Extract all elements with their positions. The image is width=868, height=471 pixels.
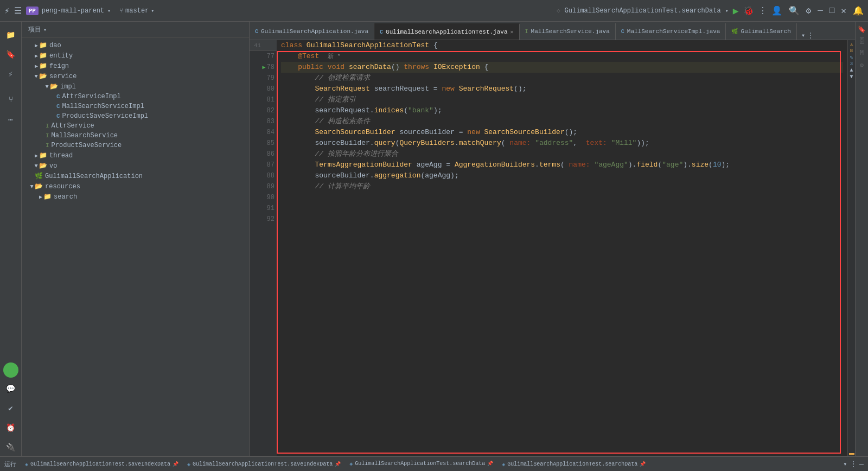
tab-mallsearchserviceimpl[interactable]: C MallSearchServiceImpl.java [616,23,726,40]
tab-label-1: GulimallSearchApplication.java [261,28,368,35]
tab-list-dropdown-icon[interactable]: ▾ [843,460,847,468]
bookmark-icon[interactable]: 🔖 [2,46,20,63]
gutter-80: 80 [250,84,277,94]
run-config-icon-3: ◈ [349,461,353,467]
tab-options-btn[interactable]: ⋮ [850,460,857,469]
bottom-tab-saveindexdata2[interactable]: ◈ GulimallSearchApplicationTest.saveInde… [183,457,345,471]
maximize-button[interactable]: □ [829,6,835,16]
tab-label-2: GulimallSearchApplicationTest.java [386,29,507,35]
run-config-dropdown-icon[interactable]: ▾ [725,8,729,14]
settings-right-icon[interactable]: ⚙ [857,60,867,71]
project-selector[interactable]: PP peng-mall-parent ▾ [26,7,111,15]
search-icon[interactable]: 🔍 [789,5,800,16]
title-bar-center: ◇ GulimallSearchApplicationTest.searchDa… [557,5,767,17]
run-gutter-icon-78[interactable]: ▶ [263,64,266,71]
minimize-panel-icon[interactable]: ─ [859,460,864,469]
services-icon[interactable]: ⏰ [2,419,20,436]
bookmark-right-icon[interactable]: 🔖 [857,24,867,35]
project-dropdown-arrow[interactable]: ▾ [43,27,47,33]
run-config-icon-4: ◈ [502,461,505,468]
close-button[interactable]: ✕ [841,5,846,16]
bottom-tab-run[interactable]: 运行 [0,457,21,471]
code-content[interactable]: class GulimallSearchApplicationTest { @T… [277,40,847,456]
project-dropdown-icon[interactable]: ▾ [107,8,111,14]
tree-item-thread[interactable]: ▶ 📁 thread [22,150,249,161]
tab-close-2[interactable]: ✕ [510,29,514,35]
maven-icon[interactable]: M [857,48,867,59]
profile-icon[interactable]: 👤 [771,5,782,16]
git-icon[interactable]: ⑂ [2,91,20,109]
pin-icon-4: 📌 [640,461,646,467]
terminal-icon[interactable]: 💬 [2,380,20,397]
linenum-80: 80 [267,85,275,93]
label-attrserviceimpl: AttrServiceImpl [62,93,121,100]
left-icon-bar: 📁 🔖 ⚡ ⑂ ⋯ ▶ 💬 ✔ ⏰ 🔌 [0,22,22,456]
label-vo: vo [49,162,57,170]
code-line-92: // 计算平均年龄 [281,181,843,192]
linenum-87: 87 [267,161,275,169]
tree-item-resources[interactable]: ▶ 📂 resources [22,181,249,192]
linenum-77: 77 [267,53,275,60]
tree-item-search[interactable]: ▶ 📁 search [22,192,249,202]
bottom-tab-searchdata2[interactable]: ◈ GulimallSearchApplicationTest.searchDa… [497,457,650,471]
tree-item-impl[interactable]: ▶ 📂 impl [22,81,249,92]
tree-item-dao[interactable]: ▶ 📁 dao [22,40,249,50]
tree-item-entity[interactable]: ▶ 📁 entity [22,50,249,61]
label-feign: feign [49,62,69,70]
title-bar-left: ⚡ ☰ PP peng-mall-parent ▾ ⑂ master ▾ [4,5,552,16]
chevron-down-icon[interactable]: ▼ [850,74,853,80]
scroll-indicator [849,453,854,455]
structure-icon[interactable]: ⚡ [2,65,20,82]
tree-item-attrservice[interactable]: I AttrService [22,121,249,131]
bottom-tab-label-2: GulimallSearchApplicationTest.saveIndexD… [193,461,333,467]
branch-dropdown-icon[interactable]: ▾ [151,8,154,14]
tab-gulimallsearchapplicationtest[interactable]: C GulimallSearchApplicationTest.java ✕ [374,23,519,40]
tree-item-vo[interactable]: ▶ 📂 vo [22,161,249,171]
gutter-78[interactable]: ▶ 78 [250,62,277,73]
run-config-name: GulimallSearchApplicationTest.searchData [565,7,721,15]
hamburger-icon[interactable]: ☰ [14,5,22,16]
tree-item-attrserviceimpl[interactable]: C AttrServiceImpl [22,92,249,101]
more-sidebar-icon[interactable]: ⋯ [2,111,20,128]
tab-gulimallsearchapplication[interactable]: C GulimallSearchApplication.java [250,23,374,40]
title-bar: ⚡ ☰ PP peng-mall-parent ▾ ⑂ master ▾ ◇ G… [0,0,868,22]
linenum-92: 92 [267,215,275,223]
tab-mallsearchservice[interactable]: I MallSearchService.java [520,23,616,40]
tab-more-button[interactable]: ▾ ⋮ [797,31,818,40]
tree-item-feign[interactable]: ▶ 📁 feign [22,61,249,71]
tree-item-gulimallsearchapp[interactable]: 🌿 GulimallSearchApplication [22,171,249,181]
bottom-tab-saveindexdata1[interactable]: ◈ GulimallSearchApplicationTest.saveInde… [21,457,183,471]
folder-vo-icon: 📂 [39,162,47,170]
warning-count-icon: ⚠ [850,41,853,48]
gutter-83: 83 [250,116,277,127]
editor-gutter: 41 77 ▶ 78 79 80 81 82 83 84 85 86 87 88… [250,40,277,456]
settings-icon[interactable]: ⚙ [806,5,812,16]
bottom-panel: 运行 ◈ GulimallSearchApplicationTest.saveI… [0,456,868,471]
database-icon[interactable]: 🗄 [857,36,867,47]
line-header: 41 [250,40,277,51]
tree-item-productsaveservice[interactable]: I ProductSaveService [22,141,249,150]
run-button[interactable]: ▶ [733,5,739,17]
tree-item-service[interactable]: ▶ 📂 service [22,71,249,81]
more-actions-icon[interactable]: ⋮ [758,5,767,16]
tree-item-mallsearchservice[interactable]: I MallSearchService [22,131,249,141]
project-icon[interactable]: 📁 [2,26,20,43]
notifications-icon[interactable]: 🔔 [853,5,864,16]
tab-gulimallsearch[interactable]: 🌿 GulimallSearch [726,23,796,40]
debug-button[interactable]: 🐞 [743,5,754,16]
branch-selector[interactable]: ⑂ master ▾ [119,7,154,15]
tree-item-mallsearchserviceimpl[interactable]: C MallSearchServiceImpl [22,101,249,111]
chevron-up-icon[interactable]: ▲ [850,67,853,73]
todo-icon[interactable]: ✔ [2,399,20,417]
folder-dao-icon: 📁 [39,41,47,49]
run-sidebar-icon[interactable]: ▶ [3,362,18,378]
minimize-button[interactable]: ─ [818,6,823,16]
bottom-tab-searchdata1[interactable]: ◈ GulimallSearchApplicationTest.searchDa… [345,457,497,471]
linenum-79: 79 [267,74,275,82]
file-icon-mallsearchserviceimpl: C [56,103,60,110]
tab-label-5: GulimallSearch [741,28,790,35]
tree-item-productsaveserviceimpl[interactable]: C ProductSaveServiceImpl [22,111,249,121]
label-mallsearchservice: MallSearchService [52,132,118,139]
tab-bar: C GulimallSearchApplication.java C Gulim… [250,22,855,40]
plugins-icon[interactable]: 🔌 [2,438,20,456]
